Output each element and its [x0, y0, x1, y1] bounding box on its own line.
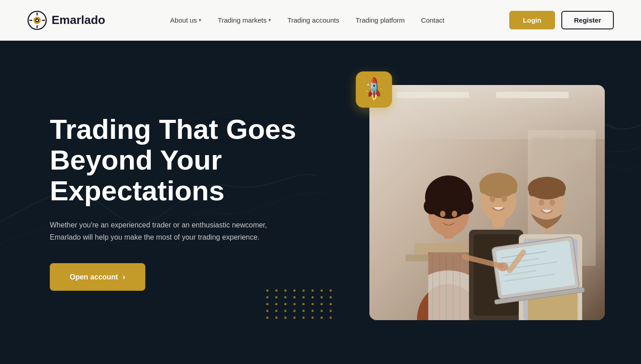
register-button[interactable]: Register — [561, 11, 614, 29]
hero-content: Trading That Goes Beyond Your Expectatio… — [0, 114, 296, 291]
nav-item-accounts[interactable]: Trading accounts — [287, 16, 340, 24]
hero-title: Trading That Goes Beyond Your Expectatio… — [50, 114, 296, 207]
nav-actions: Login Register — [509, 11, 614, 29]
brand-name: Emarlado — [52, 13, 105, 27]
nav-link-platform[interactable]: Trading platform — [355, 16, 405, 24]
chevron-down-icon: ▾ — [268, 17, 271, 23]
login-button[interactable]: Login — [509, 11, 555, 29]
people-illustration — [369, 85, 605, 320]
navbar: Emarlado About us ▾ Trading markets ▾ Tr… — [0, 0, 641, 41]
hero-image-area: 🚀 — [369, 85, 605, 320]
logo-link[interactable]: Emarlado — [27, 10, 105, 30]
dot-grid-decoration — [266, 289, 334, 319]
open-account-button[interactable]: Open account › — [50, 263, 145, 291]
nav-item-platform[interactable]: Trading platform — [355, 16, 405, 24]
hero-subtitle: Whether you're an experienced trader or … — [50, 219, 285, 243]
svg-rect-60 — [369, 85, 605, 320]
rocket-badge: 🚀 — [356, 71, 392, 108]
nav-item-markets[interactable]: Trading markets ▾ — [218, 16, 271, 24]
nav-link-contact[interactable]: Contact — [421, 16, 445, 24]
hero-image — [369, 85, 605, 320]
rocket-icon: 🚀 — [360, 76, 388, 104]
svg-point-3 — [36, 19, 38, 21]
nav-link-accounts[interactable]: Trading accounts — [287, 16, 340, 24]
chevron-down-icon: ▾ — [199, 17, 201, 23]
nav-item-about[interactable]: About us ▾ — [170, 16, 201, 24]
arrow-icon: › — [123, 272, 125, 282]
nav-link-about[interactable]: About us ▾ — [170, 16, 201, 24]
nav-link-markets[interactable]: Trading markets ▾ — [218, 16, 271, 24]
logo-icon — [27, 10, 47, 30]
nav-item-contact[interactable]: Contact — [421, 16, 445, 24]
nav-menu: About us ▾ Trading markets ▾ Trading acc… — [170, 16, 445, 24]
hero-section: Trading That Goes Beyond Your Expectatio… — [0, 41, 641, 364]
